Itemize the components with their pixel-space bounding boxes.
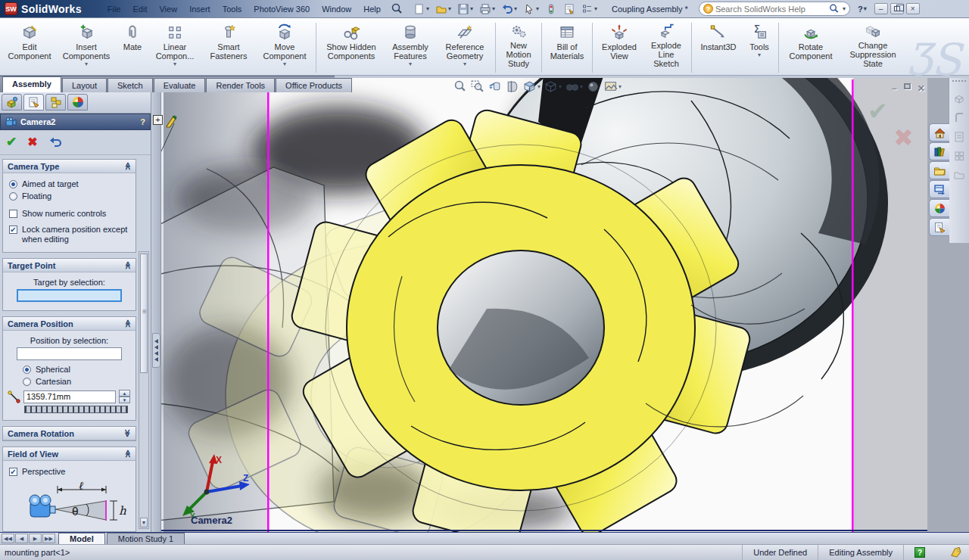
ribbon-button-insert-components[interactable]: Insert Components▾	[56, 20, 117, 75]
property-manager-tab[interactable]	[23, 94, 44, 110]
ribbon-button-move-component[interactable]: Move Component▾	[256, 20, 313, 75]
ribbon-button-exploded-view[interactable]: Exploded View	[595, 20, 643, 75]
confirmation-corner-ok-icon[interactable]: ✔	[868, 97, 888, 126]
panel-scroll-down-button[interactable]: ▼	[140, 518, 148, 527]
display-style-icon[interactable]: ▾	[544, 79, 562, 94]
previous-view-icon[interactable]	[488, 79, 502, 94]
menu-tools[interactable]: Tools	[217, 2, 248, 17]
mdi-minimize-button[interactable]: –	[892, 83, 897, 94]
collapse-chevron-icon[interactable]: ≫	[123, 162, 131, 170]
menu-help[interactable]: Help	[357, 2, 387, 17]
restore-button[interactable]	[890, 3, 904, 14]
ribbon-button-mate[interactable]: Mate	[117, 20, 148, 75]
edit-appearance-icon[interactable]	[586, 79, 600, 94]
menu-photoview-360[interactable]: PhotoView 360	[248, 2, 316, 17]
help-search-input[interactable]	[715, 5, 826, 14]
view-palette-tab[interactable]	[929, 180, 949, 198]
spherical-radio[interactable]: Spherical	[23, 365, 131, 375]
cancel-button[interactable]: ✖	[27, 135, 37, 149]
tab-sketch[interactable]: Sketch	[107, 78, 153, 92]
section-view-icon[interactable]	[505, 79, 519, 94]
configuration-manager-tab[interactable]	[45, 94, 66, 110]
ribbon-button-tools[interactable]: Σ Tools▾	[743, 20, 776, 75]
previous-tab-button[interactable]: ◀	[15, 534, 28, 543]
task-pane-grip[interactable]	[952, 80, 966, 86]
undo-button[interactable]: ▾	[499, 2, 519, 17]
graphics-viewport[interactable]	[161, 78, 927, 532]
file-explorer-tab[interactable]	[929, 161, 949, 179]
floating-radio[interactable]: Floating	[9, 191, 131, 201]
collapse-chevron-icon[interactable]: ≫	[123, 319, 131, 327]
spin-down-icon[interactable]: ▼	[119, 397, 130, 403]
field-of-view-header[interactable]: Field of View≫	[3, 447, 136, 461]
zoom-to-area-icon[interactable]	[470, 79, 484, 94]
menubar-search-icon[interactable]	[390, 2, 403, 16]
mdi-close-button[interactable]: ✕	[918, 83, 925, 94]
last-tab-button[interactable]: ▶▶	[42, 534, 55, 543]
menu-insert[interactable]: Insert	[183, 2, 217, 17]
distance-input[interactable]	[23, 390, 116, 403]
collapse-chevron-icon[interactable]: ≫	[123, 261, 131, 269]
menu-file[interactable]: File	[101, 2, 127, 17]
flyout-tree-expand-button[interactable]: +	[153, 115, 163, 125]
close-button[interactable]: ×	[906, 3, 920, 14]
collapse-chevron-icon[interactable]: ≫	[123, 450, 131, 457]
zoom-to-fit-icon[interactable]	[453, 79, 467, 94]
print-button[interactable]: ▾	[477, 2, 497, 17]
target-selection-box[interactable]	[17, 289, 122, 302]
expand-chevron-icon[interactable]: ≫	[123, 429, 131, 437]
tags-button[interactable]	[936, 545, 969, 560]
feature-manager-tab[interactable]	[2, 94, 22, 110]
panel-help-button[interactable]: ?	[140, 117, 145, 126]
ribbon-button-change-suppression-state[interactable]: Change Suppression State	[840, 20, 905, 75]
tab-evaluate[interactable]: Evaluate	[154, 78, 206, 92]
ribbon-button-smart-fasteners[interactable]: Smart Fasteners	[201, 20, 256, 75]
help-search-box[interactable]: ? ▾	[699, 2, 850, 16]
ribbon-button-instant3d[interactable]: Instant3D	[694, 20, 743, 75]
help-menu-button[interactable]: ?▾	[858, 5, 867, 14]
quick-tips-toggle[interactable]: ?	[903, 545, 936, 560]
tab-office-products[interactable]: Office Products	[276, 78, 352, 92]
solidworks-resources-tab[interactable]	[929, 123, 949, 142]
quick-tips-icon[interactable]: ?	[914, 547, 925, 558]
first-tab-button[interactable]: ◀◀	[2, 534, 14, 543]
menu-window[interactable]: Window	[316, 2, 357, 17]
hide-show-items-icon[interactable]: ▾	[565, 79, 583, 94]
ribbon-button-bill-of-materials[interactable]: Bill of Materials	[544, 20, 590, 75]
design-library-tab[interactable]	[929, 142, 949, 160]
apply-scene-icon[interactable]: ▾	[603, 79, 622, 94]
view-orientation-icon[interactable]: ▾	[522, 79, 541, 94]
display-manager-tab[interactable]	[67, 94, 88, 110]
distance-spinner[interactable]: ▲▼	[119, 390, 130, 403]
splitter-collapse-handle[interactable]	[152, 333, 160, 368]
rebuild-button[interactable]	[543, 2, 559, 17]
distance-slider[interactable]	[24, 406, 128, 413]
aimed-at-target-radio[interactable]: Aimed at target	[9, 179, 131, 189]
panel-splitter[interactable]	[151, 92, 161, 532]
file-properties-button[interactable]	[561, 2, 578, 17]
select-button[interactable]: ▾	[521, 2, 541, 17]
new-document-button[interactable]: ▾	[411, 2, 432, 17]
position-selection-box[interactable]	[17, 347, 122, 360]
menu-view[interactable]: View	[153, 2, 183, 17]
undo-button[interactable]	[48, 136, 62, 148]
ribbon-button-assembly-features[interactable]: Assembly Features▾	[384, 20, 437, 75]
mdi-restore-button[interactable]	[904, 83, 911, 89]
ok-button[interactable]: ✔	[6, 134, 17, 150]
ribbon-button-explode-line-sketch[interactable]: Explode Line Sketch	[643, 20, 689, 75]
tab-assembly[interactable]: Assembly	[2, 76, 61, 92]
motion-study-tab[interactable]: Motion Study 1	[107, 533, 185, 544]
appearances-scenes-tab[interactable]	[929, 199, 949, 217]
minimize-button[interactable]: –	[874, 3, 888, 14]
spin-up-icon[interactable]: ▲	[119, 390, 130, 397]
menu-edit[interactable]: Edit	[127, 2, 154, 17]
ribbon-button-show-hidden-components[interactable]: Show Hidden Components	[319, 20, 384, 75]
confirmation-corner-cancel-icon[interactable]: ✖	[893, 123, 914, 152]
panel-scrollbar[interactable]: ▼	[139, 251, 149, 529]
target-point-header[interactable]: Target Point≫	[3, 259, 136, 272]
model-tab[interactable]: Model	[58, 533, 105, 544]
save-button[interactable]: ▾	[455, 2, 475, 17]
cartesian-radio[interactable]: Cartesian	[23, 377, 131, 387]
custom-properties-tab[interactable]	[929, 218, 949, 236]
search-magnifier-icon[interactable]	[828, 3, 840, 14]
